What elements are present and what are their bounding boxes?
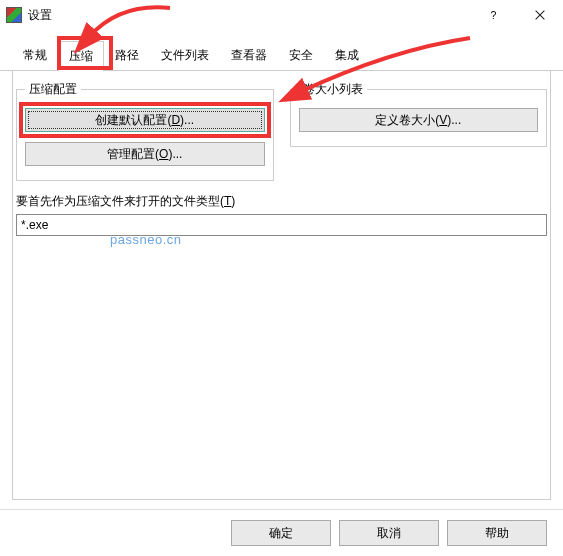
group-volume-list: 卷大小列表 定义卷大小(V)...: [290, 81, 548, 147]
cancel-button[interactable]: 取消: [339, 520, 439, 546]
tab-viewer[interactable]: 查看器: [220, 40, 278, 70]
tab-security[interactable]: 安全: [278, 40, 324, 70]
window-title: 设置: [28, 7, 52, 24]
file-type-input[interactable]: [16, 214, 547, 236]
titlebar: 设置 ?: [0, 0, 563, 30]
group-compress-config: 压缩配置 创建默认配置(D)... 管理配置(O)...: [16, 81, 274, 181]
svg-text:?: ?: [491, 9, 497, 21]
annotation-button-highlight: 创建默认配置(D)...: [19, 102, 271, 138]
tab-integration[interactable]: 集成: [324, 40, 370, 70]
tab-filelist[interactable]: 文件列表: [150, 40, 220, 70]
tab-general[interactable]: 常规: [12, 40, 58, 70]
tab-panel: 压缩配置 创建默认配置(D)... 管理配置(O)... 卷大小列表 定义卷大小…: [0, 71, 563, 236]
file-type-label: 要首先作为压缩文件来打开的文件类型(T): [16, 193, 547, 210]
footer-separator: [0, 509, 563, 510]
define-volume-size-button[interactable]: 定义卷大小(V)...: [299, 108, 539, 132]
help-button[interactable]: ?: [471, 0, 517, 30]
create-default-config-button[interactable]: 创建默认配置(D)...: [25, 108, 265, 132]
tab-compression[interactable]: 压缩: [58, 41, 104, 71]
help-footer-button[interactable]: 帮助: [447, 520, 547, 546]
group-volume-list-legend: 卷大小列表: [299, 81, 367, 98]
tab-bar: 常规 压缩 路径 文件列表 查看器 安全 集成: [0, 40, 563, 71]
app-icon: [6, 7, 22, 23]
dialog-footer: 确定 取消 帮助: [231, 520, 547, 546]
ok-button[interactable]: 确定: [231, 520, 331, 546]
manage-config-button[interactable]: 管理配置(O)...: [25, 142, 265, 166]
group-compress-config-legend: 压缩配置: [25, 81, 81, 98]
tab-path[interactable]: 路径: [104, 40, 150, 70]
close-button[interactable]: [517, 0, 563, 30]
